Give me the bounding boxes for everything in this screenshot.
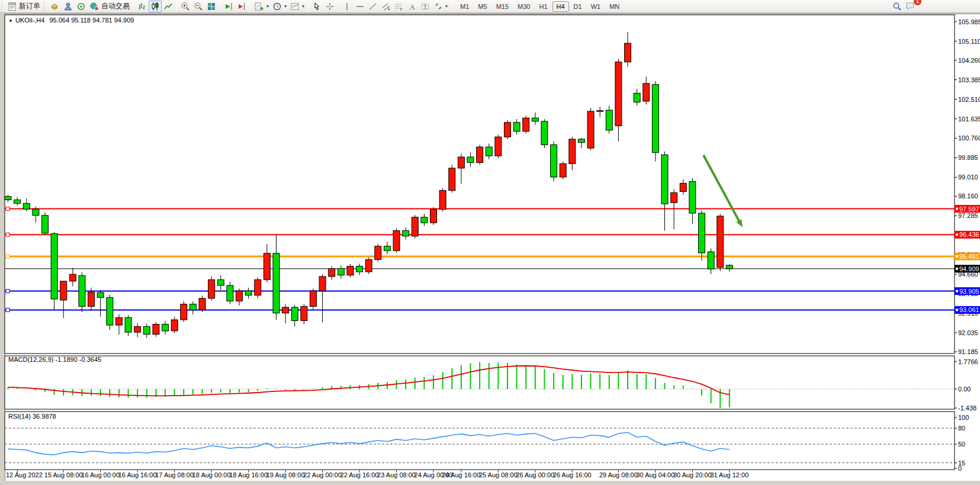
symbol-collapse-icon[interactable]: ▼ (8, 18, 13, 24)
line-chart-button[interactable] (162, 1, 175, 12)
profiles-icon (63, 2, 73, 11)
timeframe-m30[interactable]: M30 (513, 1, 534, 12)
toolbar-grip[interactable] (43, 2, 46, 11)
rsi-axis-label: 0 (958, 465, 962, 472)
chevron-down-icon: ▾ (302, 4, 304, 9)
channel-button[interactable]: E (380, 1, 393, 12)
tile-windows-button[interactable] (205, 1, 218, 12)
chart-shift-button[interactable] (235, 1, 248, 12)
timeframe-m15[interactable]: M15 (492, 1, 513, 12)
candle-body (504, 123, 510, 137)
price-line-marker[interactable] (6, 290, 9, 293)
timeframe-buttons: M1M5M15M30H1H4D1W1MN (456, 1, 624, 12)
timeframe-h1[interactable]: H1 (535, 1, 551, 12)
zoom-in-button[interactable] (179, 1, 192, 12)
periods-icon (272, 2, 282, 11)
price-tag-value: 94.909 (959, 265, 979, 272)
candle-body (449, 168, 455, 191)
price-line-marker[interactable] (6, 207, 9, 211)
timeframe-m5[interactable]: M5 (474, 1, 491, 12)
candle-body (23, 203, 30, 209)
toolbar-separator (308, 1, 309, 11)
candle-body (532, 118, 538, 121)
timeframe-d1[interactable]: D1 (570, 1, 586, 12)
timeframe-mn[interactable]: MN (605, 1, 624, 12)
price-line-marker[interactable] (6, 308, 9, 311)
candle-body (189, 304, 196, 310)
crosshair-button[interactable] (323, 1, 336, 12)
time-axis-label: 22 Aug 16:00 (340, 471, 379, 478)
time-axis-label: 24 Aug 16:00 (442, 471, 480, 478)
bar-chart-icon (137, 2, 147, 11)
horizontal-line-button[interactable] (354, 1, 367, 12)
price-line-marker[interactable] (6, 233, 9, 236)
candle-body (227, 285, 233, 301)
search-button[interactable] (891, 1, 904, 12)
candle-body (430, 210, 437, 223)
timeframe-m1[interactable]: M1 (456, 1, 473, 12)
alerts-button[interactable] (75, 1, 88, 12)
candle-body (513, 123, 520, 131)
time-axis-label: 16 Aug 00:00 (81, 471, 120, 478)
candle-body (301, 306, 307, 320)
candle-body (393, 230, 400, 250)
candle-body (171, 320, 178, 331)
macd-axis-label: 0.00 (958, 386, 971, 393)
time-axis-label: 29 Aug 08:00 (599, 471, 638, 478)
time-axis-label: 26 Aug 00:00 (516, 471, 554, 478)
candle-body (115, 317, 122, 325)
time-axis-label: 30 Aug 20:00 (673, 471, 712, 478)
candle-body (33, 209, 39, 216)
candle-body (569, 139, 576, 163)
periods-button[interactable]: ▾ (271, 1, 288, 12)
autotrading-button[interactable]: 自动交易 (88, 1, 131, 12)
fibonacci-button[interactable]: F (393, 1, 406, 12)
new-chart-button[interactable]: ▾ (252, 1, 271, 12)
timeframe-h4[interactable]: H4 (552, 1, 569, 12)
price-axis-label: 103.385 (958, 76, 980, 83)
text-button[interactable]: A (406, 1, 419, 12)
channel-icon: E (381, 2, 391, 11)
cursor-button[interactable] (310, 1, 323, 12)
new-order-button[interactable]: 新订单 (6, 1, 42, 12)
candle-body (634, 93, 640, 102)
price-axis-label: 104.260 (958, 57, 980, 64)
price-axis-label: 97.285 (958, 212, 978, 219)
market-button[interactable] (48, 1, 62, 12)
price-tag-marker (956, 290, 958, 293)
main-panel (5, 15, 955, 354)
cursor-icon (312, 2, 322, 11)
price-axis-label: 100.760 (958, 134, 980, 142)
toolbar-separator (338, 1, 339, 11)
candle-body (245, 291, 252, 296)
price-line-marker[interactable] (6, 255, 9, 258)
bar-chart-button[interactable] (136, 1, 149, 12)
time-axis-label: 16 Aug 16:00 (118, 471, 157, 478)
notification-badge[interactable]: 1 (914, 0, 921, 5)
svg-text:E: E (388, 7, 390, 11)
candlestick-chart-button[interactable] (149, 1, 162, 12)
arrows-button[interactable]: ▾ (432, 1, 449, 12)
vertical-line-button[interactable] (340, 1, 354, 12)
zoom-out-button[interactable] (192, 1, 205, 12)
candle-body (236, 291, 243, 301)
time-axis-label: 31 Aug 12:00 (710, 471, 748, 478)
chart-canvas: 105.985105.110104.260103.385102.510101.6… (0, 0, 980, 485)
candle-body (97, 293, 104, 297)
candle-body (79, 275, 85, 306)
time-axis-label: 15 Aug 08:00 (44, 471, 83, 478)
price-axis-label: 102.510 (958, 96, 980, 103)
trendline-button[interactable] (367, 1, 380, 12)
candle-body (578, 139, 584, 143)
candle-body (143, 326, 150, 334)
candle-body (699, 213, 705, 253)
templates-button[interactable]: ▾ (288, 1, 306, 12)
time-axis-label: 12 Aug 2022 (6, 471, 43, 478)
label-button[interactable]: T (419, 1, 432, 12)
toolbar: 新订单 自动交易 (0, 0, 980, 13)
toolbar-grip[interactable] (1, 2, 4, 11)
time-axis-label: 23 Aug 08:00 (377, 471, 416, 478)
timeframe-w1[interactable]: W1 (587, 1, 605, 12)
profiles-button[interactable] (62, 1, 75, 12)
auto-scroll-button[interactable] (222, 1, 235, 12)
